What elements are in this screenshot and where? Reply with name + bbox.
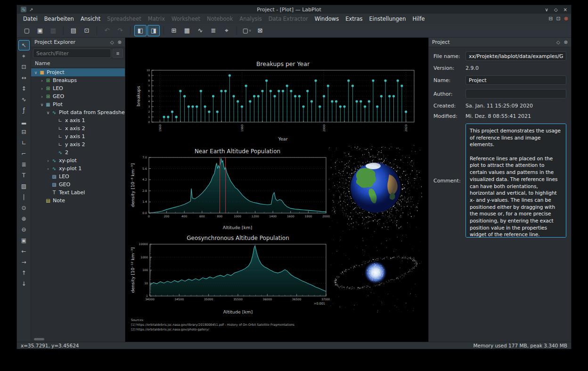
add-legend-button[interactable]: ≣ [18,159,30,170]
tree-item-2[interactable]: ∿2 [31,148,125,157]
titlebar[interactable]: ∿ ↗ Project - [Plot] — LabPlot ∨ ◇ × [17,5,571,14]
float-panel-icon[interactable]: ◇ [556,40,560,45]
tree-item-xy-plot[interactable]: ›∿xy-plot [31,157,125,165]
chart-geosynchronous-altitude[interactable]: Geosynchronous Altitude Population110100… [130,233,330,316]
tree-item-geo[interactable]: ›⊞GEO [31,92,125,100]
add-boxplot-button[interactable]: ⊟ [18,127,30,137]
maximize-window-button[interactable]: ◇ [554,7,558,12]
open-project-button[interactable]: ▣ [34,25,46,36]
mdi-close-button[interactable]: ⊗ [564,16,568,22]
author-input[interactable] [466,89,566,99]
search-input[interactable] [33,49,111,58]
add-axis-vertical-button[interactable]: ⌐ [18,148,30,159]
print-button[interactable]: ▤ [67,25,80,36]
tree-item-project[interactable]: ∨■Project [31,68,125,76]
add-equation-curve-button[interactable]: ƒ [18,105,30,115]
add-reference-line-button[interactable]: | [18,192,30,202]
chart-near-earth-altitude[interactable]: Near Earth Altitude Population0.01.42.84… [130,146,330,232]
mdi-restore-button[interactable]: ⊡ [556,16,561,22]
zoom-in-icon: ⊕ [21,215,26,222]
zoom-in-button[interactable]: ⊕ [18,214,30,224]
svg-text:35500: 35500 [233,297,243,301]
add-image-button[interactable]: ▨ [18,181,30,191]
new-project-button[interactable]: ▢ [21,25,33,36]
tree-item-x-axis-2[interactable]: ∟x axis 2 [31,124,125,132]
shift-right-button[interactable]: → [18,257,30,267]
name-input[interactable] [466,75,566,85]
tree-column-header[interactable]: Name [31,59,125,68]
shift-left-button[interactable]: ← [18,246,30,256]
close-panel-icon[interactable]: ⊗ [118,40,122,45]
save-project-button[interactable]: ▥ [47,25,59,36]
shift-up-button[interactable]: ↑ [18,268,30,278]
expander-icon[interactable]: ∨ [39,102,45,107]
close-panel-icon[interactable]: ⊗ [564,40,568,45]
zoom-select-tool-button[interactable]: ⊡ [18,62,30,72]
menu-hilfe[interactable]: Hilfe [409,15,428,23]
tree-item-x-axis-1[interactable]: ∟x axis 1 [31,116,125,124]
redo-button[interactable]: ↷ [114,25,126,36]
expander-icon[interactable]: › [39,78,45,83]
undo-button[interactable]: ↶ [101,25,113,36]
geo-ring-image[interactable] [330,235,423,313]
expander-icon[interactable]: ∨ [45,110,51,115]
toggle-project-explorer-button[interactable]: ◧ [134,25,147,36]
tree-item-y-axis-1[interactable]: ∟y axis 1 [31,132,125,140]
tree-item-xy-plot-1[interactable]: ›∿xy-plot 1 [31,165,125,173]
menu-extras[interactable]: Extras [342,15,366,23]
zoom-y-select-tool-button[interactable]: ↕ [18,83,30,94]
tree-item-geo[interactable]: ▨GEO [31,181,125,189]
shift-down-button[interactable]: ↓ [18,279,30,289]
tree-item-text-label[interactable]: TText Label [31,189,125,197]
add-text-label-button[interactable]: T [18,170,30,181]
close-window-button[interactable]: × [564,7,567,12]
file-name-input[interactable] [466,51,566,61]
new-spreadsheet-button[interactable]: ⊞ [168,25,180,36]
add-axis-horizontal-button[interactable]: ∟ [18,138,30,148]
tree-item-plot[interactable]: ∨▦Plot [31,100,125,108]
select-tool-button[interactable]: ↖ [18,40,30,50]
tree-item-plot-data-from-spreadsheet[interactable]: ∨∿Plot data from Spreadsheet [31,108,125,116]
new-notebook-button[interactable]: ≣ [207,25,220,36]
expander-icon[interactable]: › [45,158,51,163]
menu-ansicht[interactable]: Ansicht [77,15,104,23]
comment-textarea[interactable] [466,124,566,238]
tree-item-breakups[interactable]: ›⊞Breakups [31,76,125,84]
float-panel-icon[interactable]: ◇ [110,40,114,45]
new-document-button[interactable]: ▢∨ [241,25,253,36]
crosshair-tool-button[interactable]: ⌖ [18,51,30,61]
svg-text:9: 9 [148,74,150,77]
tree-item-note[interactable]: ▤Note [31,197,125,205]
menu-bearbeiten[interactable]: Bearbeiten [41,15,77,23]
new-matrix-button[interactable]: ▦ [181,25,193,36]
zoom-fit-button[interactable]: ▣ [18,235,30,246]
worksheet-view[interactable]: Breakups per Year01234567891019601980200… [125,38,428,342]
expander-icon[interactable]: › [39,86,45,91]
export-button[interactable]: ⊠ [254,25,266,36]
add-xy-curve-button[interactable]: ∿ [18,94,30,105]
expander-icon[interactable]: › [45,166,51,171]
tree-item-y-axis-2[interactable]: ∟y axis 2 [31,140,125,148]
tree-item-leo[interactable]: ▨LEO [31,173,125,181]
zoom-out-button[interactable]: ⊖ [18,224,30,235]
data-extractor-button[interactable]: ⌖ [220,25,233,36]
zoom-x-select-tool-button[interactable]: ↔ [18,73,30,83]
expander-icon[interactable]: › [39,94,45,99]
menu-windows[interactable]: Windows [311,15,342,23]
print-preview-button[interactable]: ⊡ [81,25,93,36]
toggle-properties-explorer-button[interactable]: ◨ [147,25,160,36]
chart-breakups-per-year[interactable]: Breakups per Year01234567891019601980200… [136,59,421,144]
shade-window-button[interactable]: ∨ [545,7,548,12]
earth-debris-image[interactable] [329,145,423,232]
add-histogram-button[interactable]: ▂ [18,116,30,126]
menu-datei[interactable]: Datei [20,15,41,23]
tree-item-leo[interactable]: ›⊞LEO [31,84,125,92]
menu-einstellungen[interactable]: Einstellungen [366,15,409,23]
mdi-minimize-button[interactable]: ⊟ [548,16,553,22]
menu-data-extractor: Data Extractor [265,15,311,23]
expander-icon[interactable]: ∨ [33,70,39,75]
new-worksheet-button[interactable]: ∿ [194,25,206,36]
filter-options-button[interactable]: ≡ [113,49,123,58]
add-custom-point-button[interactable]: ⊙ [18,203,30,213]
horizontal-scrollbar[interactable] [34,338,44,340]
